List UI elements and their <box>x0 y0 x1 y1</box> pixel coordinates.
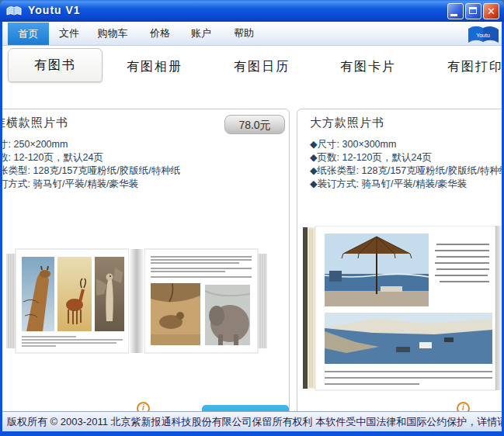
status-bar: 版权所有 © 2003-2011 北京紫新报通科技股份有限公司保留所有权利 本软… <box>2 411 502 431</box>
menu-item-price[interactable]: 价格 <box>143 22 177 45</box>
tab-photo-cards[interactable]: 有图卡片 <box>340 59 396 75</box>
product-card-square-book: 大方款照片书 ◆尺寸: 300×300mm ◆页数: 12-120页，默认24页… <box>297 109 504 436</box>
maximize-button[interactable] <box>465 3 481 19</box>
spec-size: ◆尺寸: 300×300mm <box>310 138 504 151</box>
menu-item-file[interactable]: 文件 <box>52 22 86 45</box>
title-bar: Youtu V1 ✕ <box>0 0 504 22</box>
close-button[interactable]: ✕ <box>483 3 499 19</box>
menu-bar: 首页 文件 购物车 价格 账户 帮助 Youtu <box>2 22 502 46</box>
copyright-text: 版权所有 © 2003-2011 北京紫新报通科技股份有限公司保留所有权利 本软… <box>7 416 502 427</box>
app-book-icon <box>6 5 22 17</box>
tab-photo-calendars[interactable]: 有图日历 <box>234 59 290 75</box>
menu-item-help[interactable]: 帮助 <box>227 22 261 45</box>
photo-book-preview-safari <box>6 247 267 355</box>
window-title: Youtu V1 <box>28 4 81 16</box>
application-window: Youtu V1 ✕ 首页 文件 购物车 价格 账户 帮助 Youtu 有图书 … <box>0 0 504 436</box>
spec-pages: ◆页数: 12-120页，默认24页 <box>310 151 504 164</box>
product-specs: ◆尺寸: 300×300mm ◆页数: 12-120页，默认24页 ◆纸张类型:… <box>310 138 504 191</box>
spec-paper: ◆纸张类型: 128克/157克哑粉纸/胶版纸/特种纸 <box>0 164 180 178</box>
maximize-icon <box>469 7 477 14</box>
brand-logo-icon: Youtu <box>465 22 501 44</box>
close-icon: ✕ <box>484 4 499 19</box>
product-specs: ◆尺寸: 250×200mm ◆页数: 12-120页，默认24页 ◆纸张类型:… <box>0 138 180 191</box>
minimize-icon <box>450 14 457 16</box>
brand-logo-text: Youtu <box>476 33 490 38</box>
product-title: 大方款照片书 <box>310 116 384 130</box>
product-card-landscape-book: 标准横款照片书 78.0元 ◆尺寸: 250×200mm ◆页数: 12-120… <box>0 109 290 436</box>
spec-size: ◆尺寸: 250×200mm <box>0 138 180 151</box>
tab-photo-books[interactable]: 有图书 <box>8 48 103 82</box>
price-badge: 78.0元 <box>224 115 285 134</box>
minimize-button[interactable] <box>447 3 464 19</box>
product-title: 标准横款照片书 <box>0 116 68 130</box>
spec-binding: ◆装订方式: 骑马钉/平装/精装/豪华装 <box>0 178 180 191</box>
window-body: 首页 文件 购物车 价格 账户 帮助 Youtu 有图书 有图相册 有图日历 有… <box>0 22 504 436</box>
menu-item-account[interactable]: 账户 <box>184 22 218 45</box>
menu-item-cart[interactable]: 购物车 <box>89 22 136 45</box>
tab-photo-albums[interactable]: 有图相册 <box>127 59 182 75</box>
spec-binding: ◆装订方式: 骑马钉/平装/精装/豪华装 <box>310 178 504 191</box>
spec-pages: ◆页数: 12-120页，默认24页 <box>0 151 180 164</box>
photo-book-preview-seaside <box>303 226 504 393</box>
menu-item-home[interactable]: 首页 <box>8 22 49 45</box>
tab-photo-prints[interactable]: 有图打印 <box>447 59 503 75</box>
spec-paper: ◆纸张类型: 128克/157克哑粉纸/胶版纸/特种纸 <box>310 164 504 178</box>
